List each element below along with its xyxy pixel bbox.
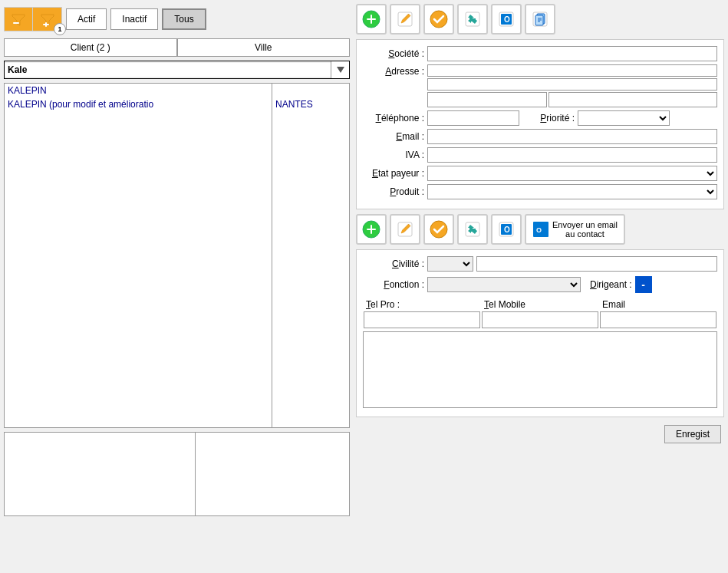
- save-bar: Enregist: [356, 422, 724, 446]
- list-header: Client (2 ) Ville: [4, 38, 350, 57]
- contact-edit-btn[interactable]: [390, 214, 420, 245]
- inactif-btn[interactable]: Inactif: [110, 8, 158, 30]
- email-group: Email: [599, 298, 717, 328]
- adresse-input1[interactable]: [427, 64, 717, 77]
- copy-icon: [531, 10, 549, 28]
- search-row: [4, 61, 350, 79]
- produit-label: Produit :: [363, 186, 424, 197]
- email-contact-input[interactable]: [600, 311, 716, 328]
- pencil-icon: [396, 10, 414, 28]
- societe-row: Société :: [363, 46, 717, 61]
- iva-label: IVA :: [363, 150, 424, 160]
- list-item-city: NANTES: [272, 97, 349, 111]
- delete-btn[interactable]: [457, 4, 488, 35]
- results-name-col: KALEPIN KALEPIN (pour modif et améliorat…: [5, 84, 272, 427]
- contact-delete-btn[interactable]: [457, 214, 488, 245]
- civilite-select[interactable]: [427, 256, 473, 272]
- filter-badge: 1: [54, 23, 66, 35]
- svg-text:O: O: [504, 226, 510, 234]
- produit-row: Produit :: [363, 184, 717, 199]
- contact-form: Civilité : Fonction : Dirigeant : - Tel …: [356, 249, 724, 417]
- list-item[interactable]: KALEPIN: [5, 84, 272, 97]
- search-input[interactable]: [5, 63, 331, 77]
- priorite-select[interactable]: [578, 110, 670, 126]
- tel-mobile-group: Tel Mobile: [481, 298, 599, 328]
- outlook-icon: O: [497, 10, 516, 28]
- etat-payeur-row: Etat payeur :: [363, 166, 717, 181]
- fonction-select[interactable]: [427, 277, 581, 292]
- adresse-cp-input[interactable]: [427, 92, 547, 107]
- contact-pencil-icon: [396, 220, 414, 239]
- adresse-ville-input[interactable]: [548, 92, 717, 107]
- email-row: Email :: [363, 129, 717, 144]
- filter-remove-btn[interactable]: [4, 7, 33, 31]
- svg-rect-21: [367, 229, 376, 230]
- send-email-btn[interactable]: O Envoyer un email au contact: [525, 214, 625, 245]
- email-icon: O: [532, 221, 549, 238]
- top-toolbar: O: [356, 4, 724, 35]
- copy-btn[interactable]: [525, 4, 555, 35]
- search-dropdown-btn[interactable]: [331, 61, 349, 78]
- svg-text:O: O: [504, 15, 510, 24]
- societe-label: Société :: [363, 48, 424, 59]
- societe-input[interactable]: [427, 46, 717, 61]
- tel-mobile-input[interactable]: [482, 311, 598, 328]
- phones-row: Tel Pro : Tel Mobile Email: [363, 298, 717, 328]
- etat-payeur-label: Etat payeur :: [363, 168, 424, 179]
- dirigeant-label: Dirigeant :: [590, 279, 632, 290]
- produit-select[interactable]: [427, 184, 717, 199]
- email-label: Email :: [363, 131, 424, 142]
- notes-textarea[interactable]: [363, 331, 717, 408]
- actif-btn[interactable]: Actif: [66, 8, 107, 30]
- telephone-input[interactable]: [427, 110, 519, 126]
- adresse-label: Adresse :: [363, 66, 424, 77]
- address-inputs: [427, 64, 717, 107]
- filter-plus-icon: [40, 12, 55, 27]
- etat-payeur-select[interactable]: [427, 166, 717, 181]
- tel-pro-header: Tel Pro :: [363, 298, 481, 311]
- list-item[interactable]: KALEPIN (pour modif et amélioratio: [5, 97, 272, 111]
- contact-name-input[interactable]: [476, 256, 717, 272]
- email-input[interactable]: [427, 129, 717, 144]
- dirigeant-btn[interactable]: -: [635, 276, 652, 293]
- save-btn[interactable]: Enregist: [664, 425, 721, 443]
- tel-pro-group: Tel Pro :: [363, 298, 481, 328]
- iva-input[interactable]: [427, 147, 717, 163]
- civilite-row: Civilité :: [363, 256, 717, 272]
- svg-point-23: [430, 221, 447, 238]
- telephone-label: Téléphone :: [363, 113, 424, 123]
- email-contact-header: Email: [599, 298, 717, 311]
- adresse-input2[interactable]: [427, 78, 717, 91]
- confirm-btn[interactable]: [423, 4, 454, 35]
- contact-outlook-btn[interactable]: O: [491, 214, 522, 245]
- ville-col-header: Ville: [177, 38, 351, 57]
- client-col-header: Client (2 ): [4, 38, 177, 57]
- results-table: KALEPIN KALEPIN (pour modif et améliorat…: [4, 83, 350, 428]
- plus-circle-icon: [362, 10, 380, 28]
- fonction-label: Fonction :: [363, 279, 424, 290]
- filter-icon-group: 1: [4, 7, 62, 31]
- tel-pro-input[interactable]: [364, 311, 480, 328]
- left-panel: 1 Actif Inactif Tous Client (2 ) Ville K…: [4, 4, 350, 569]
- contact-confirm-btn[interactable]: [423, 214, 454, 245]
- filter-minus-icon: [11, 12, 26, 27]
- contact-recycle-icon: [463, 220, 482, 239]
- adresse-row: Adresse :: [363, 64, 717, 107]
- tel-mobile-header: Tel Mobile: [481, 298, 599, 311]
- tous-btn[interactable]: Tous: [162, 8, 206, 30]
- svg-point-8: [430, 11, 447, 28]
- contact-toolbar: O O Envoyer un email au contact: [356, 214, 724, 245]
- telephone-row: Téléphone : Priorité :: [363, 110, 717, 126]
- svg-rect-0: [13, 22, 19, 24]
- svg-marker-3: [337, 67, 344, 73]
- company-form: Société : Adresse : Téléphone : Priorité…: [356, 39, 724, 209]
- outlook-btn[interactable]: O: [491, 4, 522, 35]
- add-btn[interactable]: [356, 4, 387, 35]
- civilite-label: Civilité :: [363, 259, 424, 269]
- adresse-row2: [427, 92, 717, 107]
- iva-row: IVA :: [363, 147, 717, 163]
- contact-add-btn[interactable]: [356, 214, 387, 245]
- contact-plus-icon: [362, 220, 380, 239]
- priorite-label: Priorité :: [529, 113, 575, 123]
- edit-btn[interactable]: [390, 4, 420, 35]
